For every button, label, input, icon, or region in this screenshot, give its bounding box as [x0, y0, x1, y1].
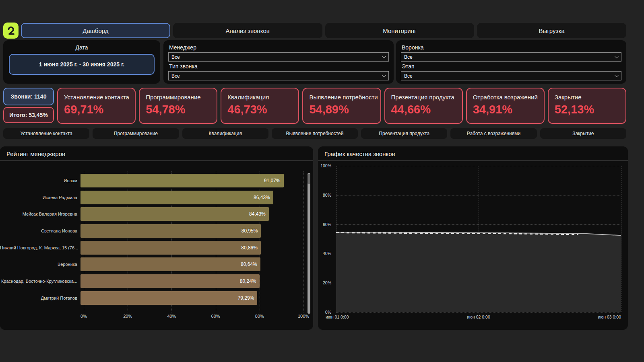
gridline — [621, 166, 621, 312]
pill-closing[interactable]: Закрытие — [540, 128, 626, 139]
manager-bar[interactable]: 80,95% — [80, 224, 261, 238]
kpi-card-programming[interactable]: Программирование 54,78% — [139, 88, 217, 124]
brand-logo[interactable] — [3, 23, 19, 39]
kpi-card-value: 54,78% — [146, 103, 211, 116]
manager-bar[interactable]: 86,43% — [80, 191, 273, 204]
bar-track: 80,64% — [80, 257, 303, 271]
manager-name: Мейсак Валерия Игоревна — [0, 212, 80, 216]
brand-r-icon — [6, 25, 16, 36]
calls-count-value: 1140 — [34, 93, 46, 100]
stage-kpi-cards: Установление контакта 69,71% Программиро… — [57, 88, 626, 124]
x-tick-label: 80% — [255, 314, 264, 319]
chevron-down-icon — [382, 54, 386, 58]
manager-bar[interactable]: 80,24% — [80, 274, 260, 288]
date-range-button[interactable]: 1 июня 2025 г. - 30 июня 2025 г. — [9, 54, 155, 75]
panel-divider — [0, 160, 313, 161]
vertical-scrollbar[interactable] — [308, 173, 310, 314]
quality-plot[interactable] — [336, 166, 621, 312]
y-tick-label: 80% — [323, 193, 331, 197]
manager-bar-value: 80,95% — [242, 228, 261, 234]
call-quality-panel: График качества звонков 100%80%60%40%20%… — [318, 146, 628, 330]
kpi-card-closing[interactable]: Закрытие 52,13% — [548, 88, 626, 124]
kpi-card-label: Отработка возражений — [473, 94, 538, 101]
manager-name: Светлана Ионова — [0, 228, 80, 233]
manager-bar[interactable]: 91,07% — [80, 174, 284, 187]
kpi-card-value: 34,91% — [473, 103, 538, 116]
manager-bar-row: Нижний Новгород, К. Маркса, 15 (76...80,… — [0, 239, 303, 256]
y-tick-label: 100% — [320, 163, 331, 168]
funnel-select[interactable]: Все — [401, 52, 621, 62]
call-type-filter-label: Тип звонка — [169, 63, 388, 70]
manager-select[interactable]: Все — [168, 52, 389, 62]
tab-monitoring[interactable]: Мониторинг — [325, 23, 475, 38]
scrollbar-thumb[interactable] — [308, 174, 310, 184]
panel-divider — [318, 160, 628, 161]
managers-rating-title: Рейтинг менеджеров — [0, 146, 313, 160]
gridline — [303, 171, 304, 313]
manager-bar-row: Ислам91,07% — [0, 172, 303, 189]
calls-count-label: Звонки: — [11, 93, 33, 100]
calls-count-badge[interactable]: Звонки: 1140 — [3, 88, 54, 105]
y-tick-label: 60% — [323, 222, 331, 227]
funnel-filter-label: Воронка — [402, 44, 621, 51]
kpi-card-label: Установление контакта — [64, 94, 129, 101]
x-tick-label: июн 01 0:00 — [326, 315, 349, 319]
tab-call-analysis[interactable]: Анализ звонков — [173, 23, 322, 38]
manager-bar-value: 86,43% — [254, 195, 273, 200]
kpi-card-presentation[interactable]: Презентация продукта 44,66% — [384, 88, 463, 124]
manager-bar[interactable]: 79,29% — [80, 291, 257, 305]
stage-filter-label: Этап — [402, 63, 621, 70]
kpi-card-value: 54,89% — [309, 103, 374, 116]
x-tick-label: июн 03 0:00 — [598, 315, 621, 319]
area-fill — [336, 232, 621, 312]
manager-name: Краснодар, Восточно-Кругликовска... — [0, 279, 80, 284]
kpi-card-value: 69,71% — [64, 103, 129, 116]
kpi-card-value: 52,13% — [555, 103, 619, 116]
pill-needs[interactable]: Выявление потребностей — [272, 128, 358, 139]
bar-track: 80,86% — [80, 241, 303, 255]
total-score-badge[interactable]: Итого: 53,45% — [3, 107, 54, 123]
manager-bar[interactable]: 80,64% — [80, 257, 260, 271]
quality-plot-svg — [336, 166, 621, 312]
kpi-card-qualification[interactable]: Квалификация 46,73% — [221, 88, 299, 124]
call-type-select-value: Все — [171, 73, 180, 79]
manager-bar-row: Вероника80,64% — [0, 256, 303, 273]
filters-panel-left: Менеджер Все Тип звонка Все — [163, 40, 394, 84]
manager-name: Ислам — [0, 178, 80, 183]
pill-programming[interactable]: Программирование — [93, 128, 179, 139]
stage-select[interactable]: Все — [401, 71, 621, 80]
tab-dashboard[interactable]: Дашборд — [21, 23, 170, 38]
x-tick-label: июн 02 0:00 — [467, 315, 490, 319]
managers-rating-panel: Рейтинг менеджеров Ислам91,07%Исаева Рад… — [0, 146, 313, 330]
manager-bar[interactable]: 84,43% — [80, 207, 269, 221]
pill-presentation[interactable]: Презентация продукта — [361, 128, 447, 139]
kpi-card-objections[interactable]: Отработка возражений 34,91% — [466, 88, 545, 124]
kpi-card-label: Программирование — [146, 94, 211, 101]
manager-bar-value: 91,07% — [264, 178, 284, 183]
manager-bar-row: Мейсак Валерия Игоревна84,43% — [0, 206, 303, 222]
total-score-value: 53,45% — [29, 112, 47, 118]
manager-bar-row: Исаева Радмила86,43% — [0, 189, 303, 206]
pill-contact[interactable]: Установление контакта — [3, 128, 89, 139]
call-type-select[interactable]: Все — [168, 71, 389, 80]
pill-qualification[interactable]: Квалификация — [182, 128, 268, 139]
bar-track: 86,43% — [80, 191, 303, 204]
main-tabs: Дашборд Анализ звонков Мониторинг Выгруз… — [21, 23, 626, 38]
kpi-card-contact[interactable]: Установление контакта 69,71% — [57, 88, 136, 124]
manager-bar-value: 80,64% — [241, 261, 260, 267]
bar-track: 80,95% — [80, 224, 303, 238]
manager-bars: Ислам91,07%Исаева Радмила86,43%Мейсак Ва… — [0, 172, 303, 312]
manager-bar-value: 80,86% — [241, 245, 261, 251]
kpi-card-label: Квалификация — [227, 94, 292, 101]
kpi-card-needs[interactable]: Выявление потребности 54,89% — [302, 88, 381, 124]
tab-export[interactable]: Выгрузка — [477, 23, 626, 38]
quality-y-axis: 100%80%60%40%20%0% — [318, 166, 333, 312]
date-filter-label: Дата — [3, 40, 160, 51]
manager-bar-row: Светлана Ионова80,95% — [0, 222, 303, 239]
bar-track: 91,07% — [80, 174, 303, 187]
manager-bar[interactable]: 80,86% — [80, 241, 261, 255]
manager-bar-row: Краснодар, Восточно-Кругликовска...80,24… — [0, 273, 303, 290]
quality-x-axis: июн 01 0:00июн 02 0:00июн 03 0:00 — [336, 315, 621, 320]
pill-objections[interactable]: Работа с возражениями — [450, 128, 537, 139]
bar-track: 84,43% — [80, 207, 303, 221]
